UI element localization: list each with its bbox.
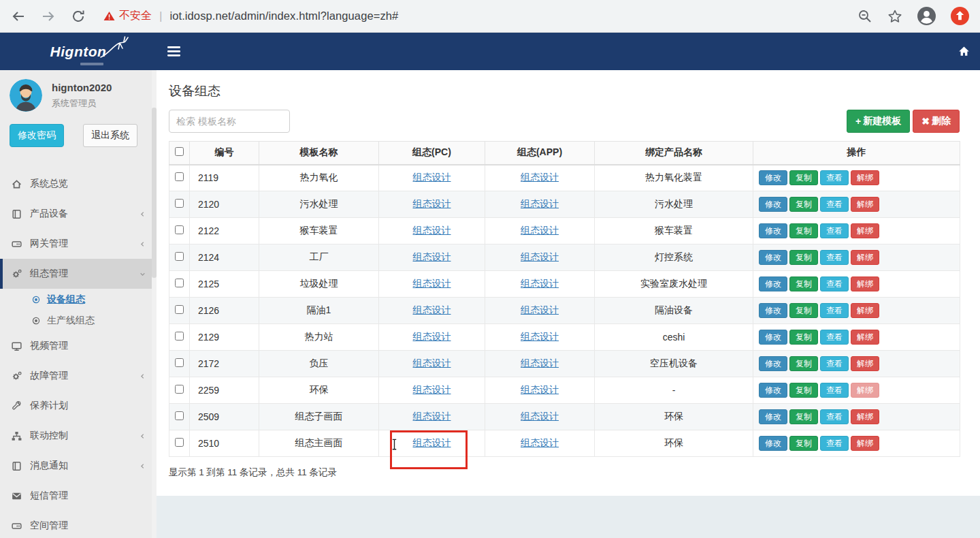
view-button[interactable]: 查看 — [820, 303, 849, 318]
sidebar-item-config-mgmt[interactable]: 组态管理 — [0, 259, 157, 289]
view-button[interactable]: 查看 — [820, 250, 849, 265]
modify-button[interactable]: 修改 — [759, 436, 787, 451]
row-checkbox[interactable] — [175, 385, 184, 394]
app-config-link[interactable]: 组态设计 — [521, 198, 559, 209]
pc-config-link[interactable]: 组态设计 — [413, 411, 451, 422]
sidebar-item-maintenance-plan[interactable]: 保养计划 — [0, 391, 157, 421]
view-button[interactable]: 查看 — [820, 197, 849, 212]
row-checkbox[interactable] — [175, 279, 184, 287]
pc-config-link[interactable]: 组态设计 — [413, 251, 451, 262]
browser-reload-icon[interactable] — [71, 9, 86, 24]
modify-button[interactable]: 修改 — [759, 303, 787, 318]
browser-back-icon[interactable] — [11, 9, 26, 24]
row-checkbox[interactable] — [175, 172, 184, 181]
pc-config-link[interactable]: 组态设计 — [413, 384, 451, 395]
view-button[interactable]: 查看 — [820, 436, 849, 451]
row-checkbox[interactable] — [175, 438, 184, 447]
unbind-button[interactable]: 解绑 — [851, 303, 879, 318]
copy-button[interactable]: 复制 — [789, 303, 818, 318]
pc-config-link[interactable]: 组态设计 — [413, 172, 451, 183]
modify-button[interactable]: 修改 — [759, 383, 787, 398]
zoom-out-icon[interactable] — [858, 9, 872, 24]
app-config-link[interactable]: 组态设计 — [521, 331, 559, 342]
row-checkbox[interactable] — [175, 332, 184, 341]
pc-config-link[interactable]: 组态设计 — [413, 225, 451, 236]
browser-update-icon[interactable] — [951, 7, 969, 25]
copy-button[interactable]: 复制 — [789, 383, 818, 398]
view-button[interactable]: 查看 — [820, 330, 849, 345]
home-icon[interactable] — [958, 46, 970, 57]
change-password-button[interactable]: 修改密码 — [10, 124, 64, 147]
app-config-link[interactable]: 组态设计 — [521, 304, 559, 315]
unbind-button[interactable]: 解绑 — [851, 223, 879, 238]
app-config-link[interactable]: 组态设计 — [521, 384, 559, 395]
logout-button[interactable]: 退出系统 — [83, 124, 137, 147]
app-config-link[interactable]: 组态设计 — [521, 437, 559, 448]
sidebar-item-space-mgmt[interactable]: 空间管理 — [0, 511, 157, 538]
row-checkbox[interactable] — [175, 411, 184, 420]
unbind-button[interactable]: 解绑 — [851, 436, 879, 451]
modify-button[interactable]: 修改 — [759, 197, 787, 212]
view-button[interactable]: 查看 — [820, 383, 849, 398]
new-template-button[interactable]: + 新建模板 — [847, 110, 910, 133]
row-checkbox[interactable] — [175, 305, 184, 314]
app-config-link[interactable]: 组态设计 — [521, 172, 559, 183]
copy-button[interactable]: 复制 — [789, 223, 818, 238]
copy-button[interactable]: 复制 — [789, 330, 818, 345]
search-input[interactable] — [169, 110, 290, 133]
app-config-link[interactable]: 组态设计 — [521, 278, 559, 289]
row-checkbox[interactable] — [175, 252, 184, 261]
modify-button[interactable]: 修改 — [759, 409, 787, 424]
copy-button[interactable]: 复制 — [789, 436, 818, 451]
sidebar-item-product-device[interactable]: 产品设备 — [0, 199, 157, 229]
unbind-button[interactable]: 解绑 — [851, 197, 879, 212]
browser-profile-icon[interactable] — [917, 7, 936, 25]
row-checkbox[interactable] — [175, 358, 184, 367]
modify-button[interactable]: 修改 — [759, 356, 787, 371]
pc-config-link[interactable]: 组态设计 — [413, 278, 451, 289]
app-config-link[interactable]: 组态设计 — [521, 251, 559, 262]
unbind-button[interactable]: 解绑 — [851, 250, 879, 265]
sidebar-item-system-overview[interactable]: 系统总览 — [0, 169, 157, 199]
modify-button[interactable]: 修改 — [759, 276, 787, 291]
copy-button[interactable]: 复制 — [789, 170, 818, 185]
sidebar-item-linkage-control[interactable]: 联动控制 — [0, 421, 157, 451]
sidebar-item-sms-mgmt[interactable]: 短信管理 — [0, 481, 157, 511]
pc-config-link[interactable]: 组态设计 — [413, 198, 451, 209]
view-button[interactable]: 查看 — [820, 223, 849, 238]
sidebar-item-fault-mgmt[interactable]: 故障管理 — [0, 361, 157, 391]
view-button[interactable]: 查看 — [820, 409, 849, 424]
address-bar-url[interactable]: iot.idosp.net/admin/index.html?language=… — [169, 10, 398, 22]
app-config-link[interactable]: 组态设计 — [521, 358, 559, 368]
view-button[interactable]: 查看 — [820, 356, 849, 371]
unbind-button[interactable]: 解绑 — [851, 276, 879, 291]
pc-config-link[interactable]: 组态设计 — [413, 437, 451, 448]
modify-button[interactable]: 修改 — [759, 250, 787, 265]
unbind-button[interactable]: 解绑 — [851, 409, 879, 424]
pc-config-link[interactable]: 组态设计 — [413, 358, 451, 368]
delete-button[interactable]: ✖ 删除 — [913, 110, 960, 133]
app-config-link[interactable]: 组态设计 — [521, 411, 559, 422]
logo[interactable]: Hignton — [0, 33, 157, 70]
app-config-link[interactable]: 组态设计 — [521, 225, 559, 236]
unbind-button[interactable]: 解绑 — [851, 330, 879, 345]
modify-button[interactable]: 修改 — [759, 330, 787, 345]
copy-button[interactable]: 复制 — [789, 409, 818, 424]
row-checkbox[interactable] — [175, 225, 184, 234]
bookmark-star-icon[interactable] — [887, 9, 902, 24]
hamburger-menu-icon[interactable] — [167, 46, 180, 57]
copy-button[interactable]: 复制 — [789, 356, 818, 371]
modify-button[interactable]: 修改 — [759, 223, 787, 238]
sidebar-item-message-notify[interactable]: 消息通知 — [0, 451, 157, 481]
unbind-button[interactable]: 解绑 — [851, 170, 879, 185]
modify-button[interactable]: 修改 — [759, 170, 787, 185]
view-button[interactable]: 查看 — [820, 170, 849, 185]
row-checkbox[interactable] — [175, 199, 184, 208]
pc-config-link[interactable]: 组态设计 — [413, 331, 451, 342]
copy-button[interactable]: 复制 — [789, 276, 818, 291]
browser-forward-icon[interactable] — [41, 9, 56, 24]
copy-button[interactable]: 复制 — [789, 250, 818, 265]
pc-config-link[interactable]: 组态设计 — [413, 304, 451, 315]
security-warning-label[interactable]: 不安全 — [119, 9, 152, 23]
view-button[interactable]: 查看 — [820, 276, 849, 291]
